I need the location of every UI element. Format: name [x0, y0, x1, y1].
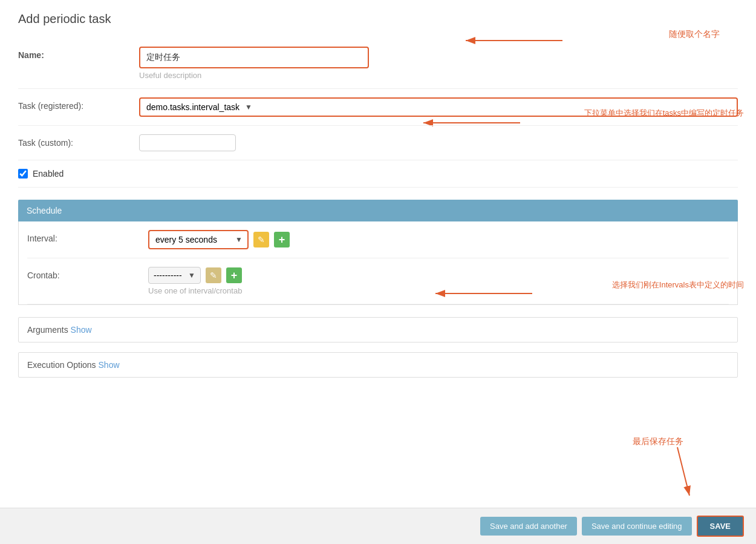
arguments-header: Arguments Show [19, 318, 737, 342]
task-registered-select[interactable]: demo.tasks.interval_task [140, 99, 243, 116]
name-field: Useful description [139, 47, 738, 80]
interval-row: Interval: every 5 seconds ▼ ✎ + [27, 221, 729, 258]
name-label: Name: [18, 47, 139, 60]
task-registered-arrow: ▼ [243, 103, 257, 111]
interval-edit-button[interactable]: ✎ [253, 232, 269, 247]
footer-bar: Save and add another Save and continue e… [0, 508, 756, 544]
arguments-show-link[interactable]: Show [71, 325, 92, 335]
crontab-field: ---------- ▼ ✎ + Use one of interval/cro… [148, 267, 729, 295]
enabled-checkbox[interactable] [18, 169, 28, 179]
task-registered-select-wrapper: demo.tasks.interval_task ▼ [139, 97, 738, 117]
interval-select-wrapper: every 5 seconds ▼ [148, 230, 249, 249]
arrow-save [653, 447, 702, 508]
name-input[interactable] [143, 50, 365, 65]
schedule-body: Interval: every 5 seconds ▼ ✎ + [18, 221, 738, 305]
save-continue-button[interactable]: Save and continue editing [582, 517, 692, 536]
execution-header: Execution Options Show [19, 353, 737, 377]
name-input-wrapper [139, 47, 369, 68]
crontab-select-wrapper: ---------- ▼ [148, 267, 201, 284]
annotation-save: 最后保存任务 [633, 436, 683, 447]
interval-select[interactable]: every 5 seconds [149, 231, 234, 248]
arguments-section: Arguments Show [18, 317, 738, 342]
task-registered-field: demo.tasks.interval_task ▼ [139, 97, 738, 117]
arguments-label: Arguments [27, 325, 68, 335]
crontab-edit-button[interactable]: ✎ [206, 267, 221, 283]
crontab-select[interactable]: ---------- [149, 267, 187, 283]
interval-label: Interval: [27, 230, 148, 243]
enabled-row: Enabled [18, 160, 738, 188]
task-registered-row: Task (registered): demo.tasks.interval_t… [18, 89, 738, 126]
enabled-label: Enabled [33, 169, 64, 179]
task-custom-label: Task (custom): [18, 134, 139, 148]
form-section: Name: Useful description Task (registere… [18, 38, 738, 188]
page-container: Add periodic task 随便取个名字 下拉菜单中选择我们在tasks… [0, 0, 756, 544]
save-add-another-button[interactable]: Save and add another [480, 517, 577, 536]
crontab-row: Crontab: ---------- ▼ ✎ + Use one of int… [27, 258, 729, 304]
page-title: Add periodic task [18, 12, 738, 26]
execution-show-link[interactable]: Show [99, 360, 120, 370]
interval-add-button[interactable]: + [274, 232, 290, 247]
task-custom-input[interactable] [139, 134, 236, 151]
interval-controls: every 5 seconds ▼ ✎ + [148, 230, 729, 249]
task-registered-label: Task (registered): [18, 97, 139, 111]
crontab-hint: Use one of interval/crontab [148, 286, 729, 295]
name-hint: Useful description [139, 71, 738, 80]
save-button[interactable]: SAVE [697, 516, 744, 537]
execution-label: Execution Options [27, 360, 96, 370]
task-custom-row: Task (custom): [18, 126, 738, 160]
crontab-add-button[interactable]: + [226, 267, 242, 283]
name-row: Name: Useful description [18, 38, 738, 89]
schedule-header: Schedule [18, 200, 738, 221]
task-custom-field [139, 134, 738, 151]
interval-field: every 5 seconds ▼ ✎ + [148, 230, 729, 249]
crontab-arrow: ▼ [187, 271, 200, 280]
interval-arrow: ▼ [234, 235, 247, 244]
schedule-section: Schedule Interval: every 5 seconds ▼ ✎ + [18, 200, 738, 305]
crontab-label: Crontab: [27, 267, 148, 280]
execution-section: Execution Options Show [18, 352, 738, 378]
